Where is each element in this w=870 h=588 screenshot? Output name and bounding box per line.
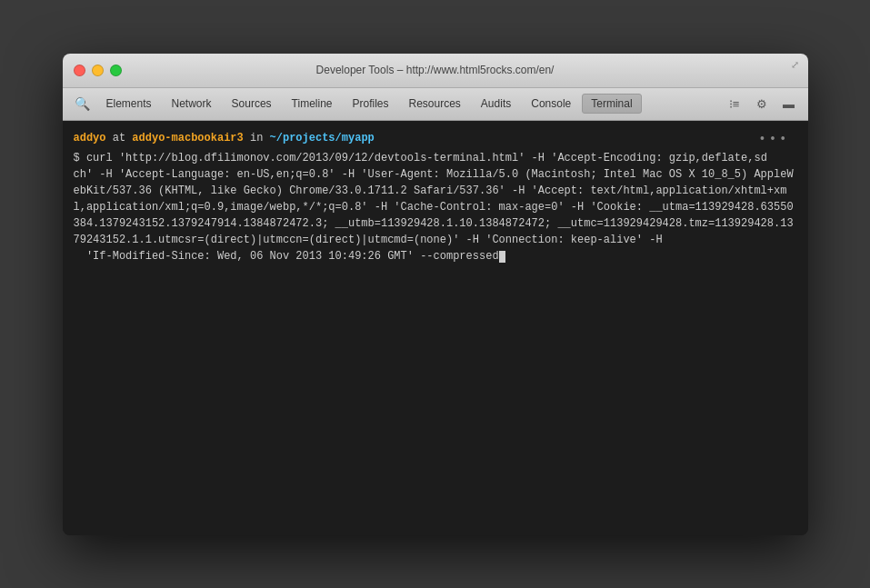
terminal-path: ~/projects/myapp — [270, 132, 375, 145]
tab-console[interactable]: Console — [522, 94, 580, 114]
tab-resources[interactable]: Resources — [400, 94, 470, 114]
prompt-char: $ — [74, 152, 86, 164]
dots-menu[interactable]: ••• — [758, 130, 789, 149]
terminal-area[interactable]: addyo at addyo-macbookair3 in ~/projects… — [63, 121, 808, 535]
terminal-cursor — [499, 251, 505, 263]
tab-audits[interactable]: Audits — [472, 94, 520, 114]
close-button[interactable] — [74, 65, 85, 76]
maximize-button[interactable] — [110, 65, 122, 76]
resize-icon[interactable]: ⤢ — [791, 59, 799, 71]
terminal-user: addyo — [74, 132, 106, 145]
toolbar-right: ⁝≡ ⚙ ▬ — [723, 94, 801, 114]
tab-elements[interactable]: Elements — [97, 94, 161, 114]
tab-network[interactable]: Network — [163, 94, 221, 114]
terminal-host: addyo-macbookair3 — [132, 132, 243, 145]
gear-icon[interactable]: ⚙ — [750, 94, 774, 114]
list-icon[interactable]: ⁝≡ — [723, 94, 746, 114]
terminal-in: in — [250, 132, 270, 145]
tab-sources[interactable]: Sources — [223, 94, 281, 114]
traffic-lights — [74, 65, 122, 76]
minimize-button[interactable] — [92, 65, 104, 76]
title-bar: Developer Tools – http://www.html5rocks.… — [63, 54, 808, 88]
tab-timeline[interactable]: Timeline — [283, 94, 342, 114]
search-icon[interactable]: 🔍 — [70, 93, 95, 115]
dock-icon[interactable]: ▬ — [777, 94, 801, 114]
terminal-output: $ curl 'http://blog.dfilimonov.com/2013/… — [74, 150, 797, 264]
prompt-line: addyo at addyo-macbookair3 in ~/projects… — [74, 130, 797, 146]
toolbar: 🔍 Elements Network Sources Timeline Prof… — [63, 88, 808, 121]
window-title: Developer Tools – http://www.html5rocks.… — [316, 64, 555, 76]
devtools-window: Developer Tools – http://www.html5rocks.… — [63, 54, 808, 535]
tab-profiles[interactable]: Profiles — [343, 94, 397, 114]
terminal-at: at — [113, 132, 133, 145]
tab-terminal[interactable]: Terminal — [582, 94, 641, 114]
